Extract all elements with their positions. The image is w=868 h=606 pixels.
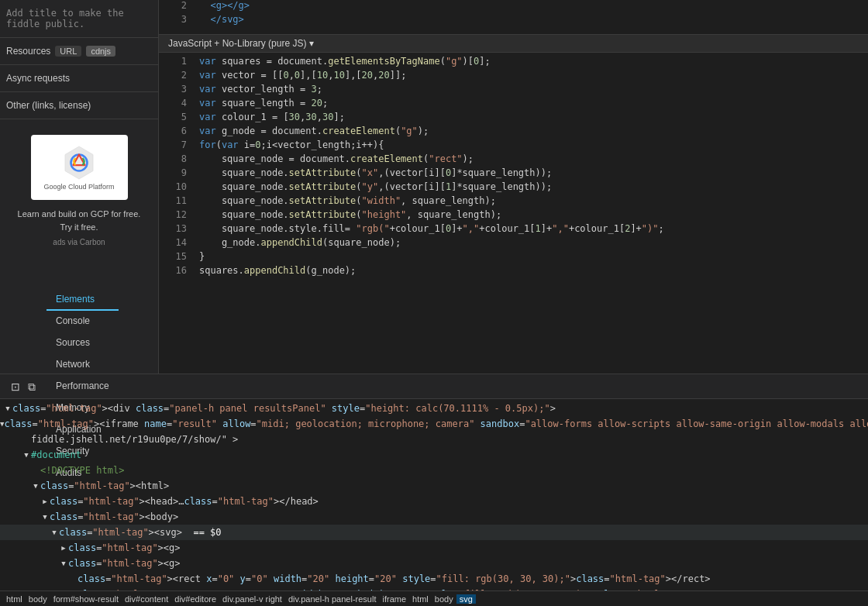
dom-triangle-8[interactable]: ▼ [50, 525, 59, 539]
dom-line-5[interactable]: ▼class="html-tag"><html> [0, 478, 868, 494]
dom-line-7[interactable]: ▼class="html-tag"><body> [0, 509, 868, 525]
code-line-5: 5var colour_1 = [30,30,30]; [159, 112, 868, 126]
dom-line-10[interactable]: ▼class="html-tag"><g> [0, 556, 868, 571]
ad-text: Learn and build on GCP for free.Try it f… [18, 208, 141, 233]
resources-header: Resources URL cdnjs [6, 46, 152, 57]
breadcrumb-item-5[interactable]: div.panel-v right [219, 594, 285, 604]
dom-triangle-11 [68, 572, 78, 586]
devtools-device-icon[interactable]: ⧉ [26, 381, 37, 392]
sidebar-title: Add title to make the fiddle public. [0, 0, 158, 38]
ad-carbon: ads via Carbon [53, 238, 105, 246]
breadcrumb-item-4[interactable]: div#editore [171, 594, 219, 604]
devtools-tab-network[interactable]: Network [46, 354, 119, 376]
cdnjs-button[interactable]: cdnjs [86, 46, 115, 57]
code-line-6: 6var g_node = document.createElement("g"… [159, 126, 868, 139]
dom-line-1[interactable]: ▼class="html-tag"><iframe name="result" … [0, 416, 868, 432]
devtools-panel: ⊡ ⧉ ElementsConsoleSourcesNetworkPerform… [0, 374, 868, 606]
code-line-4: 4var square_length = 20; [159, 98, 868, 112]
dom-line-2[interactable]: fiddle.jshell.net/r19uu0pe/7/show/" > [0, 432, 868, 447]
breadcrumb-item-10[interactable]: svg [456, 594, 476, 604]
top-code: 2 <g></g> 3 </svg> [159, 0, 868, 35]
dom-line-4[interactable]: <!DOCTYPE html> [0, 463, 868, 478]
breadcrumb-item-3[interactable]: div#content [122, 594, 171, 604]
dom-triangle-4 [31, 463, 40, 477]
breadcrumb-item-8[interactable]: html [409, 594, 432, 604]
main-area: Add title to make the fiddle public. Res… [0, 0, 868, 374]
breadcrumb-item-6[interactable]: div.panel-h panel-result [285, 594, 380, 604]
code-line-7: 7for(var i=0;i<vector_length;i++){ [159, 139, 868, 153]
url-button[interactable]: URL [55, 46, 81, 57]
code-line-16: 16squares.appendChild(g_node); [159, 265, 868, 279]
devtools-dom-content[interactable]: ▼class="html-tag"><div class="panel-h pa… [0, 399, 868, 591]
gcp-logo-text: Google Cloud Platform [43, 183, 114, 191]
dom-triangle-9[interactable]: ▶ [59, 541, 68, 555]
dom-line-0[interactable]: ▼class="html-tag"><div class="panel-h pa… [0, 401, 868, 416]
devtools-tabs: ⊡ ⧉ ElementsConsoleSourcesNetworkPerform… [0, 374, 868, 399]
breadcrumb-bar: html body form#show-result div#content d… [0, 591, 868, 606]
devtools-cursor-icon[interactable]: ⊡ [9, 381, 22, 392]
code-line-1: 1var squares = document.getElementsByTag… [159, 56, 868, 70]
code-line-3: 3var vector_length = 3; [159, 84, 868, 98]
code-line-15: 15} [159, 251, 868, 265]
breadcrumb-item-1[interactable]: body [26, 594, 50, 604]
editor-area: 2 <g></g> 3 </svg> JavaScript + No-Libra… [159, 0, 868, 374]
devtools-tab-performance[interactable]: Performance [46, 376, 119, 398]
language-selector[interactable]: JavaScript + No-Library (pure JS) ▾ [168, 38, 314, 49]
dom-triangle-2 [22, 432, 31, 446]
devtools-tab-sources[interactable]: Sources [46, 332, 119, 354]
devtools-tab-elements[interactable]: Elements [46, 289, 119, 311]
dom-line-6[interactable]: ▶class="html-tag"><head>…class="html-tag… [0, 494, 868, 509]
code-line-14: 14 g_node.appendChild(square_node); [159, 237, 868, 251]
breadcrumb-item-7[interactable]: iframe [379, 594, 409, 604]
gcp-logo-svg [60, 144, 98, 181]
code-line-9: 9 square_node.setAttribute("x",(vector[i… [159, 167, 868, 181]
async-requests[interactable]: Async requests [0, 65, 158, 92]
dom-triangle-5[interactable]: ▼ [31, 479, 40, 493]
code-line-11: 11 square_node.setAttribute("width", squ… [159, 195, 868, 209]
code-line-8: 8 square_node = document.createElement("… [159, 153, 868, 167]
devtools-icons: ⊡ ⧉ [3, 381, 43, 392]
dom-line-3[interactable]: ▼#document [0, 447, 868, 463]
top-code-line-2: 2 <g></g> [159, 0, 868, 14]
resources-section: Resources URL cdnjs [0, 38, 158, 65]
language-bar: JavaScript + No-Library (pure JS) ▾ [159, 35, 868, 53]
code-editor[interactable]: 1var squares = document.getElementsByTag… [159, 53, 868, 374]
other-links[interactable]: Other (links, license) [0, 92, 158, 119]
devtools-tab-console[interactable]: Console [46, 311, 119, 332]
dom-line-11[interactable]: class="html-tag"><rect x="0" y="0" width… [0, 571, 868, 587]
dom-triangle-3[interactable]: ▼ [22, 448, 31, 462]
dom-line-8[interactable]: ▼class="html-tag"><svg> == $0 [0, 525, 868, 540]
dom-triangle-7[interactable]: ▼ [40, 510, 50, 524]
breadcrumb-item-2[interactable]: form#show-result [50, 594, 122, 604]
dom-triangle-6[interactable]: ▶ [40, 494, 50, 508]
code-line-13: 13 square_node.style.fill= "rgb("+colour… [159, 223, 868, 237]
svg-marker-0 [65, 146, 93, 179]
dom-line-9[interactable]: ▶class="html-tag"><g> [0, 540, 868, 556]
dom-triangle-0[interactable]: ▼ [3, 401, 12, 415]
ad-image[interactable]: Google Cloud Platform [31, 135, 128, 200]
breadcrumb-item-9[interactable]: body [432, 594, 456, 604]
code-line-12: 12 square_node.setAttribute("height", sq… [159, 209, 868, 223]
dom-triangle-10[interactable]: ▼ [59, 556, 68, 570]
code-line-10: 10 square_node.setAttribute("y",(vector[… [159, 181, 868, 195]
breadcrumb-item-0[interactable]: html [3, 594, 26, 604]
code-line-2: 2var vector = [[0,0],[10,10],[20,20]]; [159, 70, 868, 84]
resources-label: Resources [6, 46, 50, 57]
top-code-line-3: 3 </svg> [159, 14, 868, 28]
